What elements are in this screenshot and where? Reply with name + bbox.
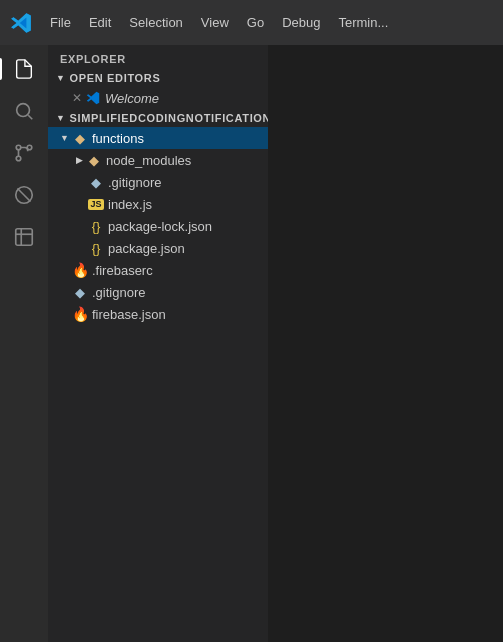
tree-item-label: index.js: [108, 197, 152, 212]
file-icon: 🔥: [72, 306, 88, 322]
remote-activity-icon[interactable]: [6, 219, 42, 255]
menu-terminal[interactable]: Termin...: [330, 11, 396, 34]
tree-item[interactable]: ▶ ◆ node_modules: [48, 149, 268, 171]
menu-file[interactable]: File: [42, 11, 79, 34]
file-icon: {}: [88, 240, 104, 256]
chevron-icon: ▶: [76, 155, 83, 165]
tree-item-label: functions: [92, 131, 144, 146]
source-control-activity-icon[interactable]: [6, 135, 42, 171]
file-icon: ◆: [72, 130, 88, 146]
svg-point-0: [17, 104, 30, 117]
tree-item-label: node_modules: [106, 153, 191, 168]
tree-item-label: .gitignore: [108, 175, 161, 190]
sidebar: EXPLORER ▼ OPEN EDITORS ✕ Welcome ▼ SIMP…: [48, 45, 268, 642]
tree-item[interactable]: {} package-lock.json: [48, 215, 268, 237]
vscode-logo-icon: [6, 8, 36, 38]
svg-line-6: [18, 189, 31, 202]
menu-view[interactable]: View: [193, 11, 237, 34]
tree-item[interactable]: {} package.json: [48, 237, 268, 259]
tree-item[interactable]: ◆ .gitignore: [48, 281, 268, 303]
tree-item-label: package-lock.json: [108, 219, 212, 234]
open-editors-chevron: ▼: [56, 73, 66, 83]
explorer-title: EXPLORER: [48, 45, 268, 69]
svg-point-2: [16, 145, 21, 150]
open-editors-header[interactable]: ▼ OPEN EDITORS: [48, 69, 268, 87]
main-area: EXPLORER ▼ OPEN EDITORS ✕ Welcome ▼ SIMP…: [0, 45, 503, 642]
tree-item[interactable]: JS index.js: [48, 193, 268, 215]
file-icon: ◆: [72, 284, 88, 300]
file-icon: 🔥: [72, 262, 88, 278]
open-editors-label: OPEN EDITORS: [70, 72, 161, 84]
svg-rect-7: [16, 229, 33, 246]
menu-debug[interactable]: Debug: [274, 11, 328, 34]
svg-point-3: [16, 156, 21, 161]
tree-item-label: package.json: [108, 241, 185, 256]
tree-item-label: firebase.json: [92, 307, 166, 322]
menu-edit[interactable]: Edit: [81, 11, 119, 34]
editor-area: [268, 45, 503, 642]
menu-go[interactable]: Go: [239, 11, 272, 34]
tree-item[interactable]: ▼ ◆ functions: [48, 127, 268, 149]
explorer-activity-icon[interactable]: [6, 51, 42, 87]
search-activity-icon[interactable]: [6, 93, 42, 129]
project-header[interactable]: ▼ SIMPLIFIEDCODINGNOTIFICATIONSENDER: [48, 109, 268, 127]
file-icon: ◆: [86, 152, 102, 168]
tree-item-label: .firebaserc: [92, 263, 153, 278]
project-chevron: ▼: [56, 113, 66, 123]
file-icon: JS: [88, 196, 104, 212]
svg-line-1: [28, 115, 32, 119]
project-label: SIMPLIFIEDCODINGNOTIFICATIONSENDER: [70, 112, 268, 124]
close-welcome-button[interactable]: ✕: [72, 91, 82, 105]
file-tree: ▼ ◆ functions ▶ ◆ node_modules ◆ .gitign…: [48, 127, 268, 642]
menu-selection[interactable]: Selection: [121, 11, 190, 34]
menu-bar: File Edit Selection View Go Debug Termin…: [0, 0, 503, 45]
tree-item[interactable]: 🔥 .firebaserc: [48, 259, 268, 281]
file-icon: ◆: [88, 174, 104, 190]
file-icon: {}: [88, 218, 104, 234]
no-sign-activity-icon[interactable]: [6, 177, 42, 213]
tree-item[interactable]: ◆ .gitignore: [48, 171, 268, 193]
tree-item[interactable]: 🔥 firebase.json: [48, 303, 268, 325]
tree-item-label: .gitignore: [92, 285, 145, 300]
chevron-icon: ▼: [60, 133, 69, 143]
open-editor-welcome-label: Welcome: [105, 91, 159, 106]
open-editor-welcome[interactable]: ✕ Welcome: [48, 87, 268, 109]
activity-bar: [0, 45, 48, 642]
